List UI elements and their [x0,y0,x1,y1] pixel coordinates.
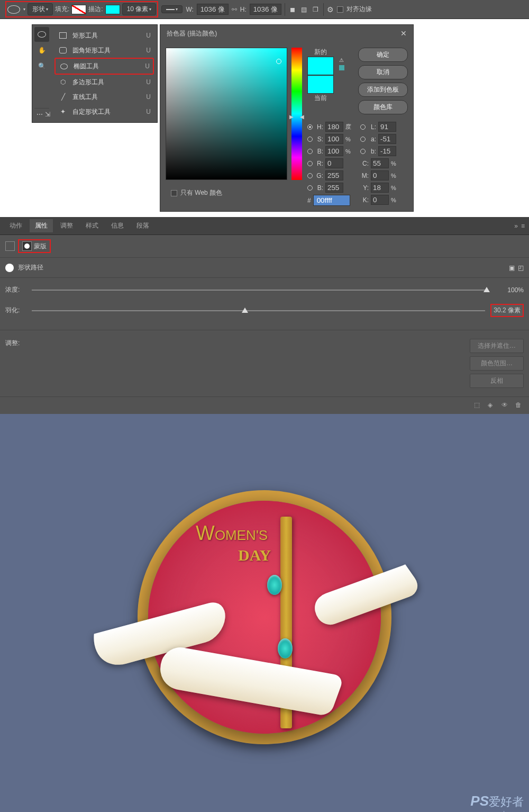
highlighted-options-group: ▾ 形状 ▾ 填充: 描边: 10 像素 ▾ [5,1,158,17]
delete-mask-icon[interactable]: 🗑 [515,401,524,410]
tab-info[interactable]: 信息 [106,219,129,232]
tool-item-key: U [146,78,151,86]
chevron-down-icon[interactable]: ▾ [23,7,25,12]
panel-menu-icon[interactable]: ≡ [521,222,525,230]
invert-button[interactable]: 反相 [470,374,524,388]
expand-icon[interactable]: ⇲ [45,111,50,118]
s-input[interactable] [325,134,343,144]
color-range-button[interactable]: 颜色范围… [470,356,524,371]
mask-icon[interactable] [22,241,32,251]
feather-slider[interactable] [32,310,485,311]
add-swatch-button[interactable]: 添加到色板 [358,83,408,97]
web-only-checkbox[interactable] [171,190,177,196]
hex-prefix: # [307,197,311,204]
k-input[interactable] [371,195,389,205]
density-slider[interactable] [32,290,487,291]
web-only-label: 只有 Web 颜色 [180,188,222,197]
g-input[interactable] [325,170,343,181]
align-edges-checkbox[interactable] [337,6,343,13]
watermark: PS爱好者 www.psahz.com [465,790,529,812]
hue-slider[interactable]: ▶◀ [291,48,302,180]
tool-item-key: U [146,47,151,54]
tool-preset-icon[interactable] [7,5,20,14]
select-and-mask-button[interactable]: 选择并遮住… [470,339,524,353]
b-radio[interactable] [307,149,313,154]
edit-toolbar-icon[interactable]: ⋯ [37,111,43,118]
cancel-button[interactable]: 取消 [358,65,408,79]
collapse-icon[interactable]: » [514,222,518,230]
width-label: W: [186,6,193,13]
warning-icon[interactable]: ⚠ [339,57,344,63]
live-shape-icon[interactable] [5,241,15,251]
color-picker-title: 拾色器 (描边颜色) [167,29,217,38]
width-input[interactable] [197,4,229,15]
tool-item-polygon[interactable]: ⬡ 多边形工具 U [54,75,154,89]
web-only-row: 只有 Web 颜色 [166,184,302,202]
saturation-field[interactable] [166,48,287,180]
slider-thumb-icon[interactable] [242,308,248,313]
c-input[interactable] [371,158,389,168]
y-input[interactable] [371,183,389,193]
hue-cursor-icon: ▶◀ [289,114,304,120]
brgb-radio[interactable] [307,185,313,191]
slider-thumb-icon[interactable] [484,287,490,292]
close-icon[interactable]: ✕ [400,29,407,38]
tool-item-rounded-rect[interactable]: 圆角矩形工具 U [54,43,154,58]
cube-icon[interactable] [339,65,344,70]
line-icon: ╱ [58,92,68,102]
layer-mask-icon[interactable]: ▣ [509,264,515,272]
tool-item-rectangle[interactable]: 矩形工具 U [54,28,154,43]
path-operations-icon[interactable]: ◼ [288,5,297,14]
tab-paragraph[interactable]: 段落 [131,219,154,232]
stroke-swatch[interactable] [105,5,120,14]
lab-b-radio[interactable] [360,149,366,154]
h-radio[interactable] [307,124,313,130]
ellipse-tool-button[interactable] [34,27,49,42]
a-radio[interactable] [360,137,366,142]
brgb-input[interactable] [325,183,343,193]
hand-tool-button[interactable]: ✋ [34,43,49,58]
r-radio[interactable] [307,161,313,166]
link-icon[interactable]: ⚯ [232,6,237,13]
apply-mask-icon[interactable]: ◈ [488,401,496,410]
h-input[interactable] [325,122,343,132]
upper-content: ✋ 🔍 ⋯ ⇲ 矩形工具 U 圆角矩形工具 U 椭圆工具 U [0,19,529,217]
libraries-button[interactable]: 颜色库 [358,100,408,114]
m-input[interactable] [371,170,389,181]
a-input[interactable] [378,134,396,144]
path-alignment-icon[interactable]: ▤ [300,5,308,14]
ok-button[interactable]: 确定 [358,48,408,62]
stroke-width-input[interactable]: 10 像素 ▾ [122,3,157,15]
tab-actions[interactable]: 动作 [4,219,28,232]
r-input[interactable] [325,158,343,168]
tool-item-line[interactable]: ╱ 直线工具 U [54,89,154,104]
tab-properties[interactable]: 属性 [30,219,53,232]
tool-item-ellipse[interactable]: 椭圆工具 U [54,58,154,75]
path-arrangement-icon[interactable]: ❐ [312,5,320,14]
zoom-tool-button[interactable]: 🔍 [34,59,49,74]
stroke-options-dropdown[interactable]: ▾ [161,5,183,13]
l-radio[interactable] [360,124,366,130]
tab-adjustments[interactable]: 调整 [55,219,78,232]
fill-swatch[interactable] [71,5,86,14]
watermark-ps: PS [470,793,489,809]
hex-input[interactable] [313,195,350,206]
tool-item-label: 矩形工具 [72,31,98,40]
g-radio[interactable] [307,173,313,178]
density-value[interactable]: 100% [492,286,524,294]
disable-mask-icon[interactable]: 👁 [501,401,510,410]
lab-b-input[interactable] [378,146,396,156]
divider [285,3,285,16]
mode-dropdown[interactable]: 形状 ▾ [28,3,53,15]
load-selection-icon[interactable]: ⬚ [474,401,482,410]
feather-value[interactable]: 30.2 像素 [490,304,524,317]
tab-styles[interactable]: 样式 [80,219,104,232]
s-radio[interactable] [307,137,313,142]
gear-icon[interactable]: ⚙ [327,5,334,14]
tool-item-custom-shape[interactable]: ✦ 自定形状工具 U [54,104,154,119]
vector-mask-icon[interactable]: ◰ [518,264,524,272]
l-input[interactable] [378,122,396,132]
current-color-swatch[interactable] [307,75,334,94]
b-input[interactable] [325,146,343,156]
height-input[interactable] [250,4,281,15]
